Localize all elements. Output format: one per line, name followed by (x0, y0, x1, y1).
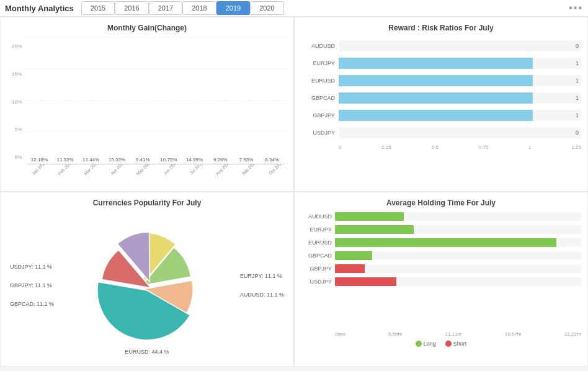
holding-row-label: EURUSD (301, 239, 332, 246)
monthly-gain-panel: Monthly Gain(Change) 20% 15% 10% 5% 0% 1… (0, 17, 294, 192)
pie-area: USDJPY: 11.1 %GBPJPY: 11.1 %GBPCAD: 11.1… (7, 212, 287, 358)
rr-label: GBPCAD (301, 95, 335, 101)
pie-labels-left: USDJPY: 11.1 %GBPJPY: 11.1 %GBPCAD: 11.1… (10, 264, 54, 307)
rr-row: GBPJPY1 (301, 110, 581, 121)
bar-wrapper: 9.26% (208, 157, 233, 164)
legend-dot (445, 341, 452, 347)
x-label: Jun 2020 (156, 164, 182, 183)
holding-bar-container (335, 238, 581, 247)
rr-bar (339, 110, 533, 121)
rr-bar-container: 0 (339, 40, 581, 51)
holding-time-title: Average Holding Time For July (301, 199, 581, 207)
tab-bar: 201520162017201820192020 (81, 4, 284, 12)
holding-bar-container (335, 251, 581, 260)
bar-wrapper: 11.32% (53, 157, 78, 164)
pie-label: EURJPY: 11.1 % (240, 273, 284, 279)
pie-svg (88, 226, 206, 344)
holding-row: EURJPY (301, 225, 581, 234)
x-label: Aug 2020 (208, 164, 234, 183)
holding-rows: AUDUSDEURJPYEURUSDGBPCADGBPJPYUSDJPY (301, 212, 581, 329)
x-label: Apr 2020 (103, 164, 129, 183)
rr-row: GBPCAD1 (301, 92, 581, 104)
bar-wrapper: 11.44% (79, 157, 103, 164)
rr-row: EURJPY1 (301, 58, 581, 69)
monthly-gain-title: Monthly Gain(Change) (7, 24, 287, 32)
bar-wrapper: 8.34% (260, 157, 284, 164)
x-label: Sep 2020 (234, 164, 261, 183)
holding-bar-container (335, 264, 581, 273)
holding-row: EURUSD (301, 238, 581, 247)
holding-bar (335, 264, 365, 273)
holding-time-panel: Average Holding Time For July AUDUSDEURJ… (294, 192, 588, 367)
rr-value: 0 (576, 43, 579, 49)
holding-bar (335, 225, 414, 234)
rr-label: EURJPY (301, 60, 335, 66)
x-label: Oct 2020 (261, 164, 287, 183)
legend-item: Long (416, 341, 436, 347)
holding-bar (335, 251, 372, 260)
header: Monthly Analytics 2015201620172018201920… (0, 0, 588, 17)
pie-label: GBPJPY: 11.1 % (10, 282, 54, 288)
bar-wrapper: 9.41% (131, 157, 155, 164)
holding-x-axis: 0sec5.56hr11.11hr16.67hr22.22hr (335, 331, 581, 337)
rr-bar-container: 0 (339, 127, 581, 138)
more-icon[interactable]: ••• (569, 2, 583, 14)
reward-risk-title: Reward : Risk Ratios For July (301, 24, 581, 32)
tab-2017[interactable]: 2017 (149, 1, 182, 15)
bar-chart-area: 20% 15% 10% 5% 0% 12.18%11.32%11.44%13.3… (7, 37, 287, 183)
rr-row: USDJPY0 (301, 127, 581, 138)
rr-value: 1 (576, 60, 579, 66)
legend-dot (416, 341, 422, 347)
rr-bar-container: 1 (339, 92, 581, 104)
rr-label: USDJPY (301, 130, 335, 136)
rr-chart: AUDUSD0EURJPY1EURUSD1GBPCAD1GBPJPY1USDJP… (301, 37, 581, 153)
holding-bar (335, 277, 396, 286)
pie-chart-title: Currencies Popularity For July (7, 199, 287, 207)
rr-label: GBPJPY (301, 112, 335, 118)
tab-2019[interactable]: 2019 (216, 1, 250, 15)
holding-bar (335, 212, 404, 221)
holding-row-label: GBPCAD (301, 253, 332, 259)
holding-row-label: EURJPY (301, 226, 332, 233)
x-label: Feb 2020 (50, 164, 76, 183)
x-label: May 2020 (130, 164, 156, 183)
rr-label: EURUSD (301, 78, 335, 84)
rr-bar (339, 75, 533, 86)
pie-chart-panel: Currencies Popularity For July USDJPY: 1… (0, 192, 294, 367)
rr-bar-container: 1 (339, 58, 581, 69)
tab-2016[interactable]: 2016 (115, 1, 148, 15)
holding-row-label: GBPJPY (301, 266, 332, 272)
main-content: Monthly Gain(Change) 20% 15% 10% 5% 0% 1… (0, 17, 588, 367)
rr-value: 1 (576, 112, 579, 118)
holding-legend: LongShort (301, 341, 581, 347)
rr-value: 1 (576, 78, 579, 84)
app-title: Monthly Analytics (5, 4, 74, 13)
rr-bar-container: 1 (339, 75, 581, 86)
pie-label-bottom: EURUSD: 44.4 % (125, 349, 169, 355)
pie-label: USDJPY: 11.1 % (10, 264, 54, 270)
pie-label: GBPCAD: 11.1 % (10, 301, 54, 307)
holding-row: GBPCAD (301, 251, 581, 260)
holding-bar-container (335, 277, 581, 286)
legend-label: Long (424, 341, 436, 347)
pie-labels-right: EURJPY: 11.1 %AUDUSD: 11.1 % (240, 273, 284, 298)
tab-2018[interactable]: 2018 (182, 1, 216, 15)
holding-row-label: AUDUSD (301, 213, 332, 220)
holding-row: USDJPY (301, 277, 581, 286)
holding-bar-container (335, 225, 581, 234)
tab-2020[interactable]: 2020 (250, 1, 283, 15)
rr-bar-container: 1 (339, 110, 581, 121)
bar-wrapper: 10.75% (157, 157, 181, 164)
bar-wrapper: 14.99% (182, 157, 207, 164)
rr-value: 1 (576, 95, 579, 101)
pie-label: AUDUSD: 11.1 % (240, 292, 284, 298)
holding-chart: AUDUSDEURJPYEURUSDGBPCADGBPJPYUSDJPY 0se… (301, 212, 581, 358)
rr-row: EURUSD1 (301, 75, 581, 86)
bar-wrapper: 13.33% (105, 157, 129, 164)
tab-2015[interactable]: 2015 (81, 1, 115, 15)
rr-bar (339, 58, 533, 69)
holding-row: GBPJPY (301, 264, 581, 273)
x-label: Jul 2020 (182, 164, 208, 183)
rr-bar (339, 92, 533, 104)
bar-wrapper: 12.18% (27, 157, 51, 164)
